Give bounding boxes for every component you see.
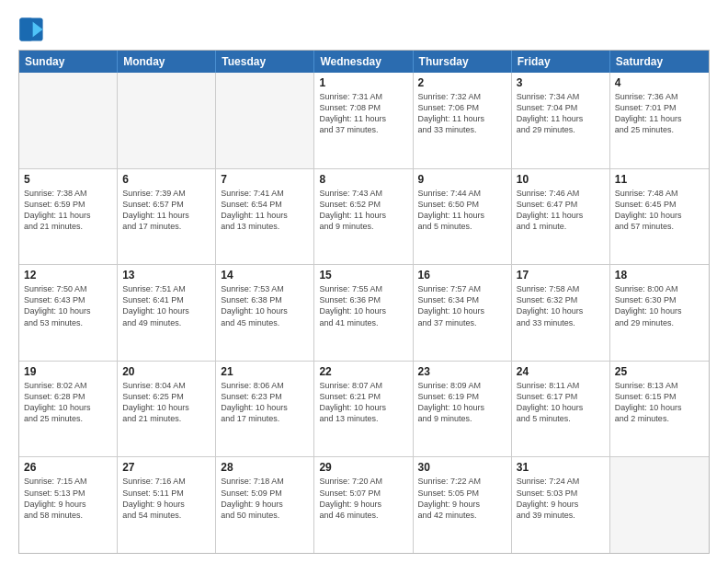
day-number-16: 16 xyxy=(418,269,506,282)
day-number-24: 24 xyxy=(517,365,605,378)
day-number-15: 15 xyxy=(319,269,407,282)
day-number-25: 25 xyxy=(615,365,704,378)
day-cell-7: 7Sunrise: 7:41 AM Sunset: 6:54 PM Daylig… xyxy=(216,169,314,265)
day-cell-27: 27Sunrise: 7:16 AM Sunset: 5:11 PM Dayli… xyxy=(118,457,216,553)
day-cell-25: 25Sunrise: 8:13 AM Sunset: 6:15 PM Dayli… xyxy=(610,362,709,457)
day-info-11: Sunrise: 7:48 AM Sunset: 6:45 PM Dayligh… xyxy=(615,188,704,233)
day-number-20: 20 xyxy=(122,365,210,378)
day-number-30: 30 xyxy=(418,461,506,474)
empty-cell-0-0 xyxy=(19,73,118,168)
calendar-row-3: 19Sunrise: 8:02 AM Sunset: 6:28 PM Dayli… xyxy=(19,361,709,457)
day-cell-5: 5Sunrise: 7:38 AM Sunset: 6:59 PM Daylig… xyxy=(19,169,118,265)
day-info-3: Sunrise: 7:34 AM Sunset: 7:04 PM Dayligh… xyxy=(517,91,605,136)
day-info-13: Sunrise: 7:51 AM Sunset: 6:41 PM Dayligh… xyxy=(122,283,210,328)
day-number-31: 31 xyxy=(517,461,605,474)
day-info-20: Sunrise: 8:04 AM Sunset: 6:25 PM Dayligh… xyxy=(122,380,210,425)
day-cell-14: 14Sunrise: 7:53 AM Sunset: 6:38 PM Dayli… xyxy=(216,265,314,361)
day-info-7: Sunrise: 7:41 AM Sunset: 6:54 PM Dayligh… xyxy=(221,188,309,233)
day-cell-15: 15Sunrise: 7:55 AM Sunset: 6:36 PM Dayli… xyxy=(314,265,413,361)
weekday-header-tuesday: Tuesday xyxy=(216,51,314,73)
day-info-6: Sunrise: 7:39 AM Sunset: 6:57 PM Dayligh… xyxy=(122,188,210,233)
weekday-header-thursday: Thursday xyxy=(414,51,512,73)
day-number-5: 5 xyxy=(24,173,112,186)
day-cell-19: 19Sunrise: 8:02 AM Sunset: 6:28 PM Dayli… xyxy=(19,362,118,457)
day-number-29: 29 xyxy=(319,461,407,474)
day-number-4: 4 xyxy=(615,76,704,89)
day-cell-9: 9Sunrise: 7:44 AM Sunset: 6:50 PM Daylig… xyxy=(414,169,512,265)
day-info-14: Sunrise: 7:53 AM Sunset: 6:38 PM Dayligh… xyxy=(221,283,309,328)
day-cell-26: 26Sunrise: 7:15 AM Sunset: 5:13 PM Dayli… xyxy=(19,457,118,553)
calendar-row-1: 5Sunrise: 7:38 AM Sunset: 6:59 PM Daylig… xyxy=(19,168,709,265)
day-number-2: 2 xyxy=(418,76,506,89)
day-cell-2: 2Sunrise: 7:32 AM Sunset: 7:06 PM Daylig… xyxy=(414,73,512,168)
day-cell-4: 4Sunrise: 7:36 AM Sunset: 7:01 PM Daylig… xyxy=(610,73,709,168)
day-cell-16: 16Sunrise: 7:57 AM Sunset: 6:34 PM Dayli… xyxy=(414,265,512,361)
day-info-10: Sunrise: 7:46 AM Sunset: 6:47 PM Dayligh… xyxy=(517,188,605,233)
day-info-4: Sunrise: 7:36 AM Sunset: 7:01 PM Dayligh… xyxy=(615,91,704,136)
weekday-header-friday: Friday xyxy=(512,51,610,73)
day-cell-21: 21Sunrise: 8:06 AM Sunset: 6:23 PM Dayli… xyxy=(216,362,314,457)
day-number-14: 14 xyxy=(221,269,309,282)
day-cell-1: 1Sunrise: 7:31 AM Sunset: 7:08 PM Daylig… xyxy=(314,73,413,168)
day-number-9: 9 xyxy=(418,173,506,186)
day-cell-3: 3Sunrise: 7:34 AM Sunset: 7:04 PM Daylig… xyxy=(512,73,610,168)
day-info-29: Sunrise: 7:20 AM Sunset: 5:07 PM Dayligh… xyxy=(319,476,407,521)
logo xyxy=(18,17,48,42)
day-info-22: Sunrise: 8:07 AM Sunset: 6:21 PM Dayligh… xyxy=(319,380,407,425)
day-number-19: 19 xyxy=(24,365,112,378)
day-info-1: Sunrise: 7:31 AM Sunset: 7:08 PM Dayligh… xyxy=(319,91,407,136)
day-number-7: 7 xyxy=(221,173,309,186)
day-cell-28: 28Sunrise: 7:18 AM Sunset: 5:09 PM Dayli… xyxy=(216,457,314,553)
day-info-24: Sunrise: 8:11 AM Sunset: 6:17 PM Dayligh… xyxy=(517,380,605,425)
day-cell-10: 10Sunrise: 7:46 AM Sunset: 6:47 PM Dayli… xyxy=(512,169,610,265)
day-info-17: Sunrise: 7:58 AM Sunset: 6:32 PM Dayligh… xyxy=(517,283,605,328)
day-number-17: 17 xyxy=(517,269,605,282)
day-number-10: 10 xyxy=(517,173,605,186)
calendar-body: 1Sunrise: 7:31 AM Sunset: 7:08 PM Daylig… xyxy=(19,73,709,553)
calendar-row-2: 12Sunrise: 7:50 AM Sunset: 6:43 PM Dayli… xyxy=(19,264,709,361)
day-number-18: 18 xyxy=(615,269,704,282)
weekday-header-wednesday: Wednesday xyxy=(314,51,413,73)
day-number-27: 27 xyxy=(122,461,210,474)
day-info-5: Sunrise: 7:38 AM Sunset: 6:59 PM Dayligh… xyxy=(24,188,112,233)
day-info-12: Sunrise: 7:50 AM Sunset: 6:43 PM Dayligh… xyxy=(24,283,112,328)
svg-rect-2 xyxy=(19,17,32,40)
day-number-3: 3 xyxy=(517,76,605,89)
day-info-8: Sunrise: 7:43 AM Sunset: 6:52 PM Dayligh… xyxy=(319,188,407,233)
day-info-18: Sunrise: 8:00 AM Sunset: 6:30 PM Dayligh… xyxy=(615,283,704,328)
day-info-23: Sunrise: 8:09 AM Sunset: 6:19 PM Dayligh… xyxy=(418,380,506,425)
day-info-31: Sunrise: 7:24 AM Sunset: 5:03 PM Dayligh… xyxy=(517,476,605,521)
day-info-21: Sunrise: 8:06 AM Sunset: 6:23 PM Dayligh… xyxy=(221,380,309,425)
calendar-row-4: 26Sunrise: 7:15 AM Sunset: 5:13 PM Dayli… xyxy=(19,456,709,553)
header xyxy=(18,17,710,42)
weekday-header-saturday: Saturday xyxy=(610,51,709,73)
day-number-22: 22 xyxy=(319,365,407,378)
day-number-21: 21 xyxy=(221,365,309,378)
calendar-header: SundayMondayTuesdayWednesdayThursdayFrid… xyxy=(19,51,709,73)
day-cell-31: 31Sunrise: 7:24 AM Sunset: 5:03 PM Dayli… xyxy=(512,457,610,553)
empty-cell-0-1 xyxy=(118,73,216,168)
page: SundayMondayTuesdayWednesdayThursdayFrid… xyxy=(0,0,728,563)
day-info-16: Sunrise: 7:57 AM Sunset: 6:34 PM Dayligh… xyxy=(418,283,506,328)
day-info-28: Sunrise: 7:18 AM Sunset: 5:09 PM Dayligh… xyxy=(221,476,309,521)
day-cell-18: 18Sunrise: 8:00 AM Sunset: 6:30 PM Dayli… xyxy=(610,265,709,361)
logo-icon xyxy=(18,17,44,42)
day-info-15: Sunrise: 7:55 AM Sunset: 6:36 PM Dayligh… xyxy=(319,283,407,328)
day-info-26: Sunrise: 7:15 AM Sunset: 5:13 PM Dayligh… xyxy=(24,476,112,521)
day-info-9: Sunrise: 7:44 AM Sunset: 6:50 PM Dayligh… xyxy=(418,188,506,233)
empty-cell-0-2 xyxy=(216,73,314,168)
day-number-28: 28 xyxy=(221,461,309,474)
day-info-25: Sunrise: 8:13 AM Sunset: 6:15 PM Dayligh… xyxy=(615,380,704,425)
day-number-8: 8 xyxy=(319,173,407,186)
day-cell-20: 20Sunrise: 8:04 AM Sunset: 6:25 PM Dayli… xyxy=(118,362,216,457)
day-cell-29: 29Sunrise: 7:20 AM Sunset: 5:07 PM Dayli… xyxy=(314,457,413,553)
day-cell-17: 17Sunrise: 7:58 AM Sunset: 6:32 PM Dayli… xyxy=(512,265,610,361)
day-cell-13: 13Sunrise: 7:51 AM Sunset: 6:41 PM Dayli… xyxy=(118,265,216,361)
empty-cell-4-6 xyxy=(610,457,709,553)
calendar-row-0: 1Sunrise: 7:31 AM Sunset: 7:08 PM Daylig… xyxy=(19,73,709,168)
day-info-19: Sunrise: 8:02 AM Sunset: 6:28 PM Dayligh… xyxy=(24,380,112,425)
day-number-12: 12 xyxy=(24,269,112,282)
day-number-11: 11 xyxy=(615,173,704,186)
day-number-23: 23 xyxy=(418,365,506,378)
day-cell-11: 11Sunrise: 7:48 AM Sunset: 6:45 PM Dayli… xyxy=(610,169,709,265)
